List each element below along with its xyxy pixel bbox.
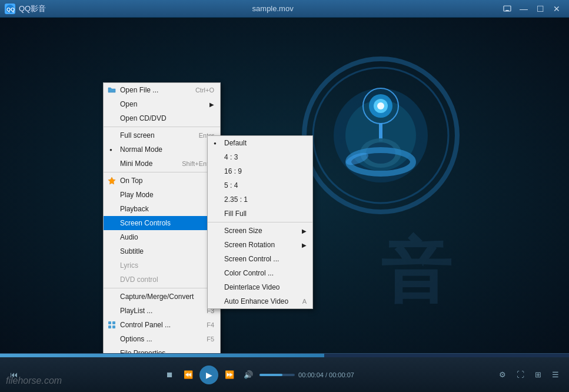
prev-button[interactable]: ⏪ — [181, 367, 196, 383]
submenu-default[interactable]: ● Default — [208, 136, 312, 150]
menu-open-cd-dvd[interactable]: Open CD/DVD — [104, 111, 220, 125]
submenu-fill-full[interactable]: Fill Full — [208, 207, 312, 221]
separator-1 — [104, 127, 220, 127]
menu-open[interactable]: Open ▶ — [104, 97, 220, 111]
volume-button[interactable]: 🔊 — [241, 367, 256, 383]
svg-rect-17 — [108, 321, 111, 324]
titlebar: QQ QQ影音 sample.mov — ☐ ✕ — [0, 0, 569, 18]
video-decoration — [298, 53, 463, 218]
progress-fill — [0, 354, 324, 357]
menu-lyrics: Lyrics ▶ — [104, 258, 220, 273]
play-button[interactable]: ▶ — [199, 366, 218, 384]
menu-full-screen[interactable]: Full screen Enter — [104, 128, 220, 142]
window-controls: — ☐ ✕ — [500, 2, 564, 15]
on-top-icon — [107, 176, 117, 185]
video-area: 音 Open File ... Ctrl+O Open ▶ Open CD/DV… — [0, 18, 569, 353]
menu-screen-controls[interactable]: Screen Controls ▶ — [104, 216, 220, 230]
menu-capture-merge[interactable]: Capture/Merge/Convert ▶ — [104, 290, 220, 304]
bullet-default: ● — [214, 141, 217, 146]
menu-options[interactable]: Options ... F5 — [104, 332, 220, 346]
submenu-deinterlace[interactable]: Deinterlace Video — [208, 280, 312, 294]
menu-normal-mode[interactable]: ● Normal Mode — [104, 142, 220, 157]
svg-rect-18 — [112, 321, 115, 324]
volume-fill — [259, 374, 282, 376]
separator-3 — [104, 288, 220, 288]
menu-mini-mode[interactable]: Mini Mode Shift+Enter — [104, 157, 220, 171]
svg-text:QQ: QQ — [6, 6, 15, 12]
chinese-decoration: 音 — [381, 235, 451, 306]
menu-dvd-control: DVD control ▶ — [104, 273, 220, 287]
submenu-4-3[interactable]: 4 : 3 — [208, 150, 312, 164]
svg-point-10 — [377, 102, 384, 109]
window-title: sample.mov — [46, 4, 500, 13]
submenu-2-35-1[interactable]: 2.35 : 1 — [208, 192, 312, 207]
menu-audio[interactable]: Audio ▶ — [104, 230, 220, 244]
settings-button[interactable]: ⚙ — [495, 367, 510, 383]
context-menu: Open File ... Ctrl+O Open ▶ Open CD/DVD … — [103, 82, 221, 353]
submenu-5-4[interactable]: 5 : 4 — [208, 178, 312, 192]
submenu-screen-controls: ● Default 4 : 3 16 : 9 5 : 4 2.35 : 1 Fi… — [207, 135, 313, 309]
svg-rect-19 — [108, 325, 111, 328]
aspect-ratio-button[interactable]: ⊞ — [530, 367, 545, 383]
minimize-button[interactable]: — — [516, 2, 531, 15]
separator-2 — [104, 172, 220, 172]
maximize-button[interactable]: ☐ — [533, 2, 548, 15]
titlebar-left: QQ QQ影音 — [5, 4, 46, 14]
menu-open-file[interactable]: Open File ... Ctrl+O — [104, 83, 220, 97]
submenu-screen-size[interactable]: Screen Size ▶ — [208, 224, 312, 238]
bottom-bar: ⏮ ⏹ ⏪ ▶ ⏩ 🔊 00:00:04 / 00:00:07 ⚙ ⛶ ⊞ ☰ — [0, 353, 569, 392]
watermark: filehorse.com — [6, 376, 62, 386]
controls-row: ⏮ ⏹ ⏪ ▶ ⏩ 🔊 00:00:04 / 00:00:07 ⚙ ⛶ ⊞ ☰ — [0, 357, 569, 392]
next-button[interactable]: ⏩ — [222, 367, 237, 383]
svg-marker-16 — [108, 177, 115, 184]
menu-play-mode[interactable]: Play Mode ▶ — [104, 188, 220, 202]
menu-subtitle[interactable]: Subtitle ▶ — [104, 244, 220, 258]
controls-right: ⚙ ⛶ ⊞ ☰ — [495, 367, 563, 383]
menu-file-properties[interactable]: File Properties ... — [104, 346, 220, 353]
control-panel-icon — [107, 320, 117, 330]
open-file-icon — [107, 85, 117, 95]
submenu-auto-enhance[interactable]: Auto Enhance Video A — [208, 294, 312, 308]
bullet-normal: ● — [109, 147, 112, 152]
submenu-screen-rotation[interactable]: Screen Rotation ▶ — [208, 238, 312, 252]
time-display: 00:00:04 / 00:00:07 — [298, 371, 354, 378]
message-button[interactable] — [500, 2, 515, 15]
submenu-screen-control[interactable]: Screen Control ... — [208, 252, 312, 266]
svg-rect-20 — [112, 325, 115, 328]
menu-playlist[interactable]: PlayList ... F3 — [104, 304, 220, 318]
submenu-separator — [208, 222, 312, 222]
close-button[interactable]: ✕ — [549, 2, 564, 15]
app-name: QQ影音 — [19, 4, 46, 14]
menu-control-panel[interactable]: Control Panel ... F4 — [104, 318, 220, 332]
menu-on-top[interactable]: On Top ▶ — [104, 174, 220, 188]
volume-slider[interactable] — [259, 374, 295, 376]
submenu-16-9[interactable]: 16 : 9 — [208, 164, 312, 178]
playlist-button[interactable]: ☰ — [548, 367, 563, 383]
submenu-color-control[interactable]: Color Control ... — [208, 266, 312, 280]
progress-bar[interactable] — [0, 354, 569, 357]
app-logo: QQ — [5, 4, 15, 14]
controls-center: ⏹ ⏪ ▶ ⏩ 🔊 00:00:04 / 00:00:07 — [162, 366, 354, 384]
menu-playback[interactable]: Playback ▶ — [104, 202, 220, 216]
fullscreen-button[interactable]: ⛶ — [513, 367, 528, 383]
stop-button[interactable]: ⏹ — [162, 367, 177, 383]
